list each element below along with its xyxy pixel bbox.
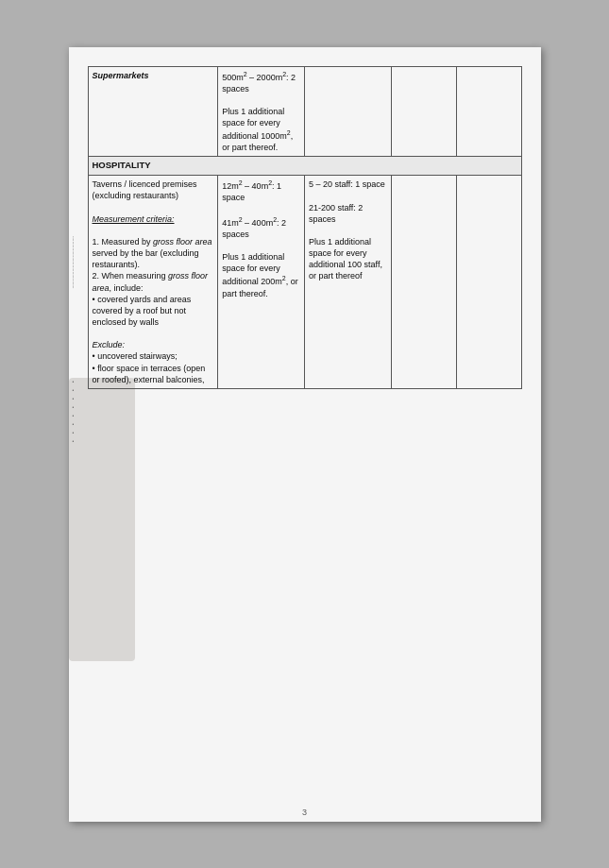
cell-floor-area-taverns: 12m2 – 40m2: 1 space 41m2 – 400m2: 2 spa…	[218, 176, 305, 389]
table-row: Supermarkets 500m2 – 2000m2: 2 spaces Pl…	[88, 66, 521, 157]
staff-additional: Plus 1 additional space for every additi…	[309, 237, 382, 281]
exclude-label: Exclude:	[93, 340, 126, 349]
exclude-bullet1: • uncovered stairways;	[93, 351, 178, 361]
margin-dots: ••••••••	[73, 378, 75, 446]
floor-area-additional: Plus 1 additional space for every additi…	[222, 252, 297, 298]
supermarkets-label: Supermarkets	[93, 71, 149, 80]
cell-col4-supermarkets	[391, 66, 456, 157]
exclude-bullet2: • floor space in terraces (open or roofe…	[93, 364, 206, 384]
measurement-criteria-label: Measurement criteria:	[93, 214, 175, 224]
side-margin-text: ........................................	[69, 236, 86, 289]
taverns-row: Taverns / licenced premises (excluding r…	[88, 176, 521, 389]
taverns-label: Taverns / licenced premises (excluding r…	[93, 179, 197, 200]
hospitality-header-row: HOSPITALITY	[88, 157, 521, 176]
cell-taverns-description: Taverns / licenced premises (excluding r…	[88, 176, 218, 389]
cell-col4-taverns	[391, 176, 456, 389]
hospitality-section-header: HOSPITALITY	[88, 157, 521, 176]
cell-col5-taverns	[456, 176, 521, 389]
cell-floor-area-supermarkets: 500m2 – 2000m2: 2 spaces Plus 1 addition…	[218, 66, 305, 157]
criteria-1: 1. Measured by gross floor area served b…	[93, 237, 212, 269]
floor-area-range1: 12m2 – 40m2: 1 space	[222, 181, 281, 202]
page-number: 3	[302, 808, 307, 817]
cell-use-class: Supermarkets	[88, 66, 218, 157]
cell-col5-supermarkets	[456, 66, 521, 157]
staff-range1: 5 – 20 staff: 1 space	[309, 179, 385, 189]
staff-range2: 21-200 staff: 2 spaces	[309, 203, 363, 224]
page: ........................................…	[69, 47, 541, 822]
parking-table: Supermarkets 500m2 – 2000m2: 2 spaces Pl…	[88, 66, 522, 389]
criteria-2: 2. When measuring gross floor area, incl…	[93, 271, 209, 292]
floor-area-range2: 41m2 – 400m2: 2 spaces	[222, 218, 286, 239]
cell-staff-taverns: 5 – 20 staff: 1 space 21-200 staff: 2 sp…	[304, 176, 391, 389]
criteria-2-bullet1: • covered yards and areas covered by a r…	[93, 295, 192, 327]
page-content: Supermarkets 500m2 – 2000m2: 2 spaces Pl…	[88, 66, 522, 812]
cell-staff-supermarkets	[304, 66, 391, 157]
